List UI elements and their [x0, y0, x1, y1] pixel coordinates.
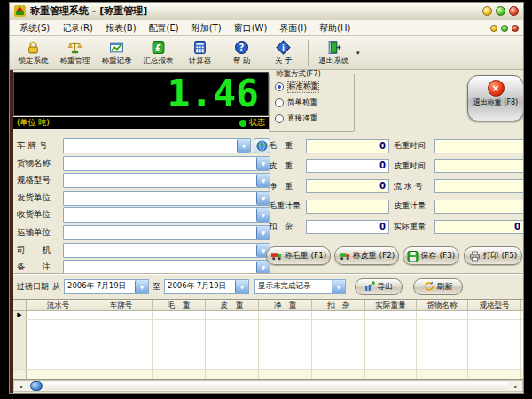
exit-weighing-button[interactable]: × 退出称重 (F8)	[467, 75, 523, 121]
lock-system-button[interactable]: 锁定系统	[12, 37, 54, 68]
radio-direct-net[interactable]: 直接净重	[275, 113, 317, 124]
table-cell[interactable]	[417, 370, 468, 380]
dropdown-arrow-icon[interactable]: ▼	[256, 261, 270, 274]
table-cell[interactable]	[365, 370, 417, 380]
dropdown-arrow-icon[interactable]: ▼	[256, 174, 270, 187]
table-cell[interactable]	[417, 320, 468, 369]
table-cell[interactable]	[90, 311, 153, 319]
menu-item-window[interactable]: 窗口(W)	[228, 20, 274, 36]
record-filter-select[interactable]: 显示未完成记录 ▼	[254, 279, 346, 294]
net-weight-field[interactable]: 0	[306, 179, 389, 193]
exit-system-button[interactable]: 退出系统	[313, 37, 355, 68]
table-row[interactable]	[13, 320, 523, 370]
radio-simple-weigh[interactable]: 简单称重	[275, 98, 317, 108]
print-button[interactable]: 打印 (F5)	[464, 246, 522, 265]
tare-measure-field[interactable]	[434, 200, 523, 214]
menu-item-records[interactable]: 记录(R)	[56, 20, 99, 36]
dropdown-arrow-icon[interactable]: ▼	[135, 280, 148, 293]
table-cell[interactable]	[153, 320, 206, 369]
dropdown-arrow-icon[interactable]: ▼	[256, 208, 270, 222]
maximize-button[interactable]	[496, 6, 505, 16]
scroll-left-arrow[interactable]: ◄	[14, 381, 26, 391]
weigh-gross-button[interactable]: 称毛重 (F1)	[266, 246, 331, 265]
summary-report-button[interactable]: £ 汇总报表	[137, 37, 179, 68]
table-cell[interactable]	[206, 370, 259, 380]
refresh-button[interactable]: 刷新	[413, 278, 463, 295]
table-cell[interactable]	[468, 320, 521, 369]
dropdown-arrow-icon[interactable]: ▼	[256, 226, 270, 239]
table-cell[interactable]	[90, 370, 153, 380]
table-cell[interactable]	[153, 311, 206, 319]
child-restore-button[interactable]	[501, 25, 508, 32]
table-cell[interactable]	[468, 370, 521, 380]
gross-weight-field[interactable]: 0	[306, 139, 389, 153]
table-cell[interactable]	[417, 311, 468, 319]
scroll-right-arrow[interactable]: ►	[511, 381, 522, 391]
toolbar-overflow-chevron[interactable]: ▾	[356, 50, 360, 57]
table-cell[interactable]	[27, 311, 90, 319]
table-cell[interactable]	[468, 311, 521, 319]
child-close-button[interactable]	[512, 25, 519, 32]
column-header[interactable]: 货物名称	[417, 300, 468, 310]
table-cell[interactable]	[312, 370, 365, 380]
horizontal-scrollbar[interactable]: ◄ ►	[13, 380, 523, 392]
about-button[interactable]: i 关 于	[262, 37, 304, 68]
table-cell[interactable]	[365, 311, 417, 319]
table-cell[interactable]	[365, 320, 417, 369]
table-row[interactable]: ▶	[13, 311, 523, 320]
table-cell[interactable]	[27, 320, 90, 369]
date-to-picker[interactable]: 2006年 7月19日 ▼	[164, 279, 249, 294]
close-button[interactable]	[509, 6, 519, 16]
column-header[interactable]: 车牌号	[90, 300, 153, 310]
deduction-field[interactable]: 0	[306, 220, 389, 234]
menu-item-system[interactable]: 系统(S)	[13, 20, 56, 36]
radio-standard-weigh[interactable]: 标准称重	[275, 82, 319, 92]
calculator-button[interactable]: 计算器	[179, 37, 221, 68]
save-button[interactable]: 保存 (F3)	[403, 246, 459, 265]
column-header[interactable]: 毛 重	[153, 300, 206, 310]
table-cell[interactable]	[90, 320, 153, 369]
menu-item-extra[interactable]: 附加(T)	[185, 20, 228, 36]
table-cell[interactable]	[259, 370, 312, 380]
minimize-button[interactable]	[482, 6, 492, 16]
table-cell[interactable]	[312, 320, 365, 369]
actual-weight-field[interactable]: 0	[434, 220, 523, 234]
dropdown-arrow-icon[interactable]: ▼	[237, 139, 250, 153]
menu-item-config[interactable]: 配置(E)	[143, 20, 185, 36]
driver-field[interactable]: ▼	[63, 243, 270, 258]
menu-item-help[interactable]: 帮助(H)	[313, 20, 356, 36]
table-cell[interactable]	[259, 320, 312, 369]
table-cell[interactable]	[206, 311, 259, 319]
table-row[interactable]	[13, 370, 523, 380]
table-cell[interactable]	[259, 311, 312, 319]
column-header[interactable]: 规格型号	[468, 300, 521, 310]
table-cell[interactable]	[27, 370, 90, 380]
plate-number-field[interactable]: ▼	[63, 138, 251, 153]
transport-unit-field[interactable]: ▼	[63, 225, 270, 240]
gross-measure-field[interactable]	[306, 200, 389, 214]
table-cell[interactable]	[312, 311, 365, 319]
date-from-picker[interactable]: 2006年 7月19日 ▼	[64, 279, 149, 294]
dropdown-arrow-icon[interactable]: ▼	[235, 280, 248, 293]
weigh-records-button[interactable]: 称重记录	[96, 37, 137, 68]
menu-item-reports[interactable]: 报表(B)	[99, 20, 143, 36]
export-button[interactable]: 导出	[355, 278, 403, 295]
spec-model-field[interactable]: ▼	[63, 173, 270, 188]
table-cell[interactable]	[153, 370, 206, 380]
column-header[interactable]: 实际重量	[365, 300, 417, 310]
weigh-manage-button[interactable]: 称重管理	[54, 37, 96, 68]
dropdown-arrow-icon[interactable]: ▼	[256, 157, 270, 170]
column-header[interactable]: 流水号	[27, 300, 90, 310]
scrollbar-track[interactable]	[44, 382, 509, 390]
column-header[interactable]: 扣 杂	[312, 300, 365, 310]
column-header[interactable]: 皮 重	[206, 300, 259, 310]
help-button[interactable]: ? 帮 助	[221, 37, 262, 68]
receiver-unit-field[interactable]: ▼	[63, 207, 270, 223]
sender-unit-field[interactable]: ▼	[63, 191, 270, 206]
weigh-tare-button[interactable]: 称皮重 (F2)	[334, 246, 399, 265]
remarks-field[interactable]: ▼	[63, 260, 270, 275]
serial-number-field[interactable]	[434, 179, 523, 193]
goods-name-field[interactable]: ▼	[63, 156, 270, 171]
menu-item-interface[interactable]: 界面(I)	[273, 20, 313, 36]
table-cell[interactable]	[206, 320, 259, 369]
